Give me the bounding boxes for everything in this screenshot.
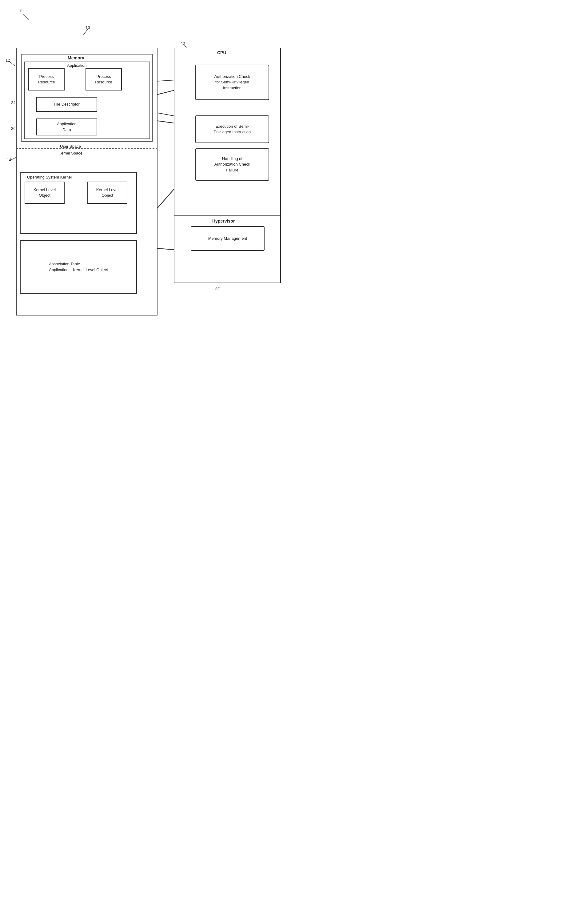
ref-1prime: 1' bbox=[19, 8, 22, 13]
exec-semi-box: Execution of Semi- Privileged Instructio… bbox=[195, 116, 269, 143]
application-label: Application bbox=[67, 63, 87, 68]
os-kernel-label: Operating System Kernel bbox=[27, 175, 72, 180]
svg-line-2 bbox=[23, 14, 29, 20]
exec-semi-label: Execution of Semi- Privileged Instructio… bbox=[214, 124, 251, 135]
ref-40: 40 bbox=[181, 41, 185, 46]
file-descriptor-label: File Descriptor bbox=[54, 102, 80, 107]
auth-check-box: Authorization Check for Semi-Privileged … bbox=[195, 64, 269, 100]
memory-management-box: Memory Management bbox=[191, 226, 265, 251]
process-resource-1-label: Process Resource bbox=[38, 74, 55, 85]
association-table-box: Association Table Application – Kernel L… bbox=[20, 240, 137, 294]
kernel-space-label: Kernel Space bbox=[58, 151, 82, 155]
cpu-label: CPU bbox=[217, 50, 227, 55]
kernel-level-obj-2-box: Kernel Level Object bbox=[87, 182, 127, 204]
process-resource-2-box: Process Resource bbox=[85, 68, 122, 91]
ref-26: 26 bbox=[11, 126, 15, 131]
handling-auth-box: Handling of Authorization Check Failure bbox=[195, 148, 269, 181]
hypervisor-label: Hypervisor bbox=[212, 219, 235, 223]
svg-line-4 bbox=[9, 61, 15, 66]
memory-label: Memory bbox=[68, 55, 84, 60]
auth-check-label: Authorization Check for Semi-Privileged … bbox=[214, 74, 250, 91]
application-data-box: Application Data bbox=[36, 119, 97, 135]
user-space-label: User Space bbox=[60, 144, 81, 148]
memory-management-label: Memory Management bbox=[208, 236, 247, 241]
ref-24: 24 bbox=[11, 100, 15, 105]
ref-14: 14 bbox=[7, 158, 11, 162]
diagram: 1' 10 12 14 40 42 44 46 50 52 30 34 32.1… bbox=[0, 0, 291, 462]
handling-auth-label: Handling of Authorization Check Failure bbox=[214, 156, 250, 173]
file-descriptor-box: File Descriptor bbox=[36, 97, 97, 112]
svg-line-3 bbox=[83, 29, 88, 35]
ref-10: 10 bbox=[85, 25, 90, 30]
process-resource-2-label: Process Resource bbox=[95, 74, 112, 85]
ref-52: 52 bbox=[215, 286, 220, 291]
kernel-level-obj-2-label: Kernel Level Object bbox=[96, 187, 118, 198]
user-kernel-separator bbox=[16, 148, 158, 149]
kernel-level-obj-1-label: Kernel Level Object bbox=[33, 187, 56, 198]
process-resource-1-box: Process Resource bbox=[28, 68, 64, 91]
association-table-label: Association Table Application – Kernel L… bbox=[46, 259, 110, 275]
ref-12: 12 bbox=[5, 58, 10, 63]
application-data-label: Application Data bbox=[57, 121, 77, 132]
kernel-level-obj-1-box: Kernel Level Object bbox=[25, 182, 64, 204]
